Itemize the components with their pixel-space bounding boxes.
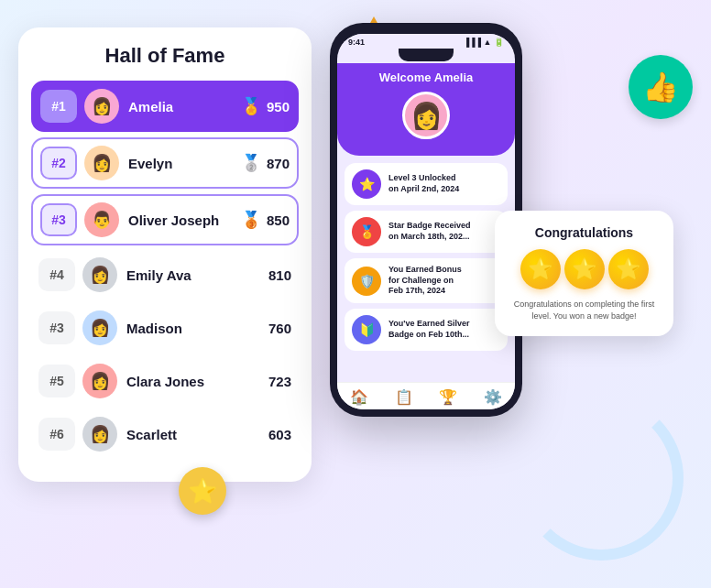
player-score: 760 — [268, 321, 291, 336]
avatar: 👩 — [84, 146, 119, 180]
user-avatar: 👩 — [402, 92, 450, 139]
nav-activity-icon[interactable]: 📋 — [395, 388, 413, 406]
activity-text: You Earned Bonusfor Challenge onFeb 17th… — [388, 265, 462, 297]
player-name: Evelyn — [128, 156, 241, 171]
avatar-emoji: 👩 — [410, 101, 443, 131]
player-name: Oliver Joseph — [128, 212, 241, 228]
medal-icon: 🏅 — [241, 96, 261, 116]
player-name: Scarlett — [126, 427, 268, 442]
list-item[interactable]: 🏅 Star Badge Receivedon March 18th, 202.… — [345, 211, 508, 253]
activity-text: You've Earned SilverBadge on Feb 10th... — [388, 319, 470, 340]
congrats-message: Congratulations on completing the first … — [508, 299, 661, 321]
hall-of-fame-card: Hall of Fame #1 👩 Amelia 🏅 950 #2 👩 Evel… — [18, 27, 312, 482]
player-score: 850 — [267, 212, 290, 228]
activity-icon: 🏅 — [352, 217, 381, 246]
activity-icon: 🛡️ — [352, 267, 381, 296]
rank-badge-1: #1 — [40, 90, 77, 123]
star-coin-3: ⭐ — [608, 249, 649, 289]
activity-text: Level 3 Unlockedon April 2nd, 2024 — [388, 173, 459, 194]
nav-leaderboard-icon[interactable]: 🏆 — [439, 388, 457, 406]
activity-icon: ⭐ — [352, 169, 381, 199]
star-badge: ⭐ — [179, 467, 226, 515]
thumbs-up-badge: 👍 — [629, 55, 693, 119]
avatar: 👩 — [82, 257, 117, 292]
player-score: 810 — [268, 267, 291, 283]
activity-feed: ⭐ Level 3 Unlockedon April 2nd, 2024 🏅 S… — [337, 156, 515, 382]
signal-icons: ▐▐▐ ▲ 🔋 — [464, 38, 504, 47]
medal-icon: 🥉 — [241, 210, 261, 230]
activity-icon: 🔰 — [352, 315, 381, 344]
rank-badge-7: #6 — [38, 418, 75, 451]
player-name: Amelia — [128, 99, 241, 114]
congratulations-popup: Congratulations ⭐ ⭐ ⭐ Congratulations on… — [495, 211, 673, 336]
avatar: 👩 — [82, 417, 117, 452]
table-row[interactable]: #3 👩 Madison 760 — [31, 304, 299, 352]
player-name: Clara Jones — [126, 374, 268, 389]
rank-badge-5: #3 — [38, 311, 75, 344]
rank-badge-6: #5 — [38, 365, 75, 397]
phone-header: Welcome Amelia 👩 — [337, 63, 515, 156]
table-row[interactable]: #5 👩 Clara Jones 723 — [31, 357, 299, 405]
list-item[interactable]: 🔰 You've Earned SilverBadge on Feb 10th.… — [345, 309, 508, 351]
star-coin-1: ⭐ — [520, 249, 561, 289]
star-coin-2: ⭐ — [564, 249, 605, 289]
phone-screen: 9:41 ▐▐▐ ▲ 🔋 Welcome Amelia 👩 ⭐ Level 3 … — [337, 34, 515, 409]
phone-notch — [399, 49, 454, 61]
list-item[interactable]: 🛡️ You Earned Bonusfor Challenge onFeb 1… — [345, 258, 508, 303]
nav-home-icon[interactable]: 🏠 — [350, 388, 368, 406]
star-icon: ⭐ — [188, 477, 217, 506]
player-score: 723 — [268, 374, 291, 389]
table-row[interactable]: #2 👩 Evelyn 🥈 870 — [31, 137, 299, 189]
thumbs-up-icon: 👍 — [642, 70, 679, 104]
avatar: 👩 — [84, 89, 119, 124]
nav-settings-icon[interactable]: ⚙️ — [484, 388, 502, 406]
phone-nav: 🏠 📋 🏆 ⚙️ — [337, 382, 515, 409]
player-score: 870 — [267, 156, 290, 171]
activity-text: Star Badge Receivedon March 18th, 202... — [388, 221, 471, 242]
avatar: 👨 — [84, 202, 119, 237]
rank-badge-3: #3 — [40, 203, 77, 236]
welcome-text: Welcome Amelia — [379, 71, 474, 84]
player-score: 603 — [268, 427, 291, 442]
hall-title: Hall of Fame — [31, 44, 299, 68]
medal-icon: 🥈 — [241, 153, 261, 173]
player-name: Madison — [126, 321, 268, 336]
phone-mockup: 9:41 ▐▐▐ ▲ 🔋 Welcome Amelia 👩 ⭐ Level 3 … — [330, 23, 522, 417]
status-bar: 9:41 ▐▐▐ ▲ 🔋 — [337, 34, 515, 49]
player-name: Emily Ava — [126, 267, 268, 283]
table-row[interactable]: #3 👨 Oliver Joseph 🥉 850 — [31, 194, 299, 245]
phone-time: 9:41 — [348, 38, 365, 47]
avatar: 👩 — [82, 364, 117, 398]
list-item[interactable]: ⭐ Level 3 Unlockedon April 2nd, 2024 — [345, 163, 508, 205]
stars-row: ⭐ ⭐ ⭐ — [508, 249, 661, 289]
player-score: 950 — [267, 99, 290, 114]
table-row[interactable]: #6 👩 Scarlett 603 — [31, 410, 299, 458]
rank-badge-2: #2 — [40, 147, 77, 180]
table-row[interactable]: #4 👩 Emily Ava 810 — [31, 251, 299, 299]
deco-arc — [519, 396, 684, 561]
table-row[interactable]: #1 👩 Amelia 🏅 950 — [31, 81, 299, 132]
rank-badge-4: #4 — [38, 258, 75, 291]
congrats-title: Congratulations — [508, 225, 661, 240]
avatar: 👩 — [82, 310, 117, 345]
